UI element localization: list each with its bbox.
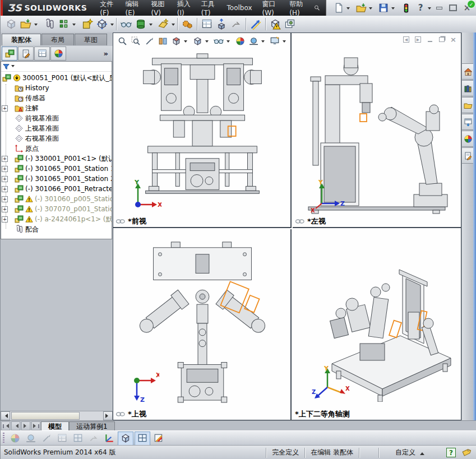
tab-model[interactable]: 模型 — [41, 421, 69, 431]
assembly-features-icon[interactable] — [133, 17, 148, 31]
reference-geometry-dropdown[interactable] — [172, 24, 175, 27]
hide-show-dropdown[interactable] — [227, 40, 230, 44]
open-dropdown-arrow[interactable] — [369, 7, 372, 11]
zoom-in-out-icon[interactable] — [142, 35, 156, 47]
grid-icon[interactable] — [71, 432, 85, 445]
scroll-right-arrow[interactable] — [103, 411, 113, 420]
help-dropdown-arrow[interactable] — [428, 7, 431, 11]
appearances-scenes-icon[interactable] — [462, 131, 474, 147]
axes-icon[interactable] — [102, 432, 117, 445]
expand-toggle-icon[interactable]: + — [2, 196, 8, 202]
tab-assembly[interactable]: 装配体 — [2, 34, 41, 45]
linear-component-pattern-icon[interactable] — [57, 17, 71, 31]
explode-line-sketch-icon[interactable] — [229, 17, 243, 31]
show-hidden-components-icon[interactable] — [119, 17, 133, 31]
hide-show-items-icon[interactable] — [212, 35, 225, 47]
tree-item-component-warning[interactable]: + (-) a-2424061p<1> (默认 — [1, 214, 112, 224]
status-custom-dropdown[interactable]: 自定义 — [378, 448, 441, 458]
apply-scene-dropdown[interactable] — [261, 40, 265, 44]
notification-badge[interactable]: ✓ — [467, 0, 475, 8]
tree-item-component[interactable]: + (-) 301066_P001_Retracted — [1, 184, 112, 194]
status-help-icon[interactable]: ? — [446, 448, 456, 457]
tree-item-sensors[interactable]: 传感器 — [1, 93, 112, 103]
apply-scene-icon[interactable] — [247, 35, 260, 47]
menu-help[interactable]: 帮助(H) — [284, 0, 311, 16]
first-tab-button[interactable] — [1, 421, 10, 430]
insert-components-dropdown[interactable] — [34, 24, 38, 27]
new-document-icon[interactable] — [332, 2, 345, 14]
expand-toggle-icon[interactable]: + — [2, 206, 8, 212]
doc-close-icon[interactable]: × — [448, 35, 459, 44]
exploded-view-icon[interactable] — [214, 17, 229, 31]
more-panes-chevron[interactable]: » — [104, 49, 113, 58]
minimize-button[interactable] — [433, 3, 445, 13]
expand-toggle-icon[interactable]: + — [2, 156, 8, 162]
custom-properties-icon[interactable] — [462, 147, 474, 164]
viewport-front[interactable]: Y X *前视 — [113, 33, 292, 228]
menu-view[interactable]: 视图(V) — [146, 0, 172, 16]
panel-horizontal-scrollbar[interactable] — [1, 411, 113, 420]
realview-icon[interactable] — [151, 432, 166, 445]
move-component-dropdown[interactable] — [110, 24, 114, 27]
view-settings-dropdown[interactable] — [283, 40, 286, 44]
zoom-to-fit-icon[interactable] — [115, 35, 129, 47]
view-palette-icon[interactable] — [462, 114, 474, 130]
help-icon[interactable]: ? — [414, 3, 427, 13]
menu-insert[interactable]: 插入(I) — [172, 0, 196, 16]
tree-item-mates[interactable]: 配合 — [1, 224, 112, 234]
tree-item-root[interactable]: 300051_P001 (默认<默认_显 — [1, 73, 112, 83]
assembly-features-dropdown[interactable] — [149, 24, 152, 27]
propertymanager-tab[interactable] — [18, 47, 34, 61]
next-tab-button[interactable] — [21, 421, 30, 430]
shaded-with-edges-icon[interactable] — [118, 432, 133, 446]
view-settings-icon[interactable] — [268, 35, 281, 47]
last-tab-button[interactable] — [31, 421, 40, 430]
tree-item-component[interactable]: + (-) 330001_P001<1> (默认< — [1, 154, 112, 164]
save-dropdown-arrow[interactable] — [391, 7, 395, 11]
save-icon[interactable] — [377, 2, 390, 14]
menu-tools[interactable]: 工具(T) — [196, 0, 222, 16]
expand-toggle-icon[interactable]: + — [2, 216, 8, 222]
pattern-dropdown[interactable] — [72, 24, 76, 27]
tab-layout[interactable]: 布局 — [41, 34, 74, 45]
configurationmanager-tab[interactable] — [34, 47, 50, 61]
view-orientation-dropdown[interactable] — [184, 40, 187, 44]
menu-toolbox[interactable]: Toolbox — [222, 0, 257, 16]
viewport-left[interactable]: ◀ ▶ × — [293, 33, 461, 228]
tag-icon[interactable] — [461, 448, 471, 457]
view-orientation-icon[interactable] — [169, 35, 183, 47]
take-snapshot-icon[interactable] — [283, 17, 297, 31]
mate-icon[interactable] — [42, 17, 57, 31]
new-dropdown-arrow[interactable] — [346, 7, 350, 11]
tree-item-front-plane[interactable]: 前视基准面 — [1, 113, 112, 123]
instant3d-icon[interactable] — [248, 17, 263, 31]
tab-motion-study[interactable]: 运动算例1 — [69, 421, 115, 431]
expand-toggle-icon[interactable]: + — [2, 186, 8, 192]
rotate-view-icon[interactable] — [39, 432, 54, 445]
scrollbar-thumb[interactable] — [11, 412, 80, 420]
doc-cascade-icon[interactable] — [436, 35, 447, 44]
search-icon[interactable] — [314, 3, 320, 12]
restore-button[interactable] — [447, 3, 459, 13]
bill-of-materials-icon[interactable] — [200, 17, 214, 31]
file-explorer-icon[interactable] — [462, 97, 474, 113]
move-component-icon[interactable] — [95, 17, 109, 31]
design-library-icon[interactable] — [462, 80, 474, 96]
previous-tab-button[interactable] — [11, 421, 20, 430]
tree-item-origin[interactable]: 原点 — [1, 143, 112, 154]
tab-sketch[interactable]: 草图 — [75, 34, 107, 45]
displaymanager-tab[interactable] — [50, 47, 66, 61]
tree-item-component-warning[interactable]: + (-) 301060_p005_Station — [1, 194, 112, 204]
section-view-icon[interactable] — [156, 35, 169, 47]
reference-geometry-icon[interactable] — [156, 17, 170, 31]
filter-dropdown-arrow[interactable] — [11, 65, 15, 69]
tree-item-component-warning[interactable]: + (-) 307070_p001_Station — [1, 204, 112, 214]
smart-fasteners-icon[interactable] — [80, 17, 95, 31]
new-motion-study-icon[interactable] — [180, 17, 195, 31]
viewport-isometric[interactable]: Y X Z *上下二等角轴测 — [293, 229, 461, 420]
edit-appearance-icon[interactable] — [8, 432, 22, 445]
pane-left-icon[interactable]: ◀ — [401, 35, 412, 44]
tree-item-top-plane[interactable]: 上视基准面 — [1, 123, 112, 133]
edit-component-icon[interactable] — [4, 17, 19, 31]
rebuild-traffic-light-icon[interactable] — [399, 2, 413, 14]
